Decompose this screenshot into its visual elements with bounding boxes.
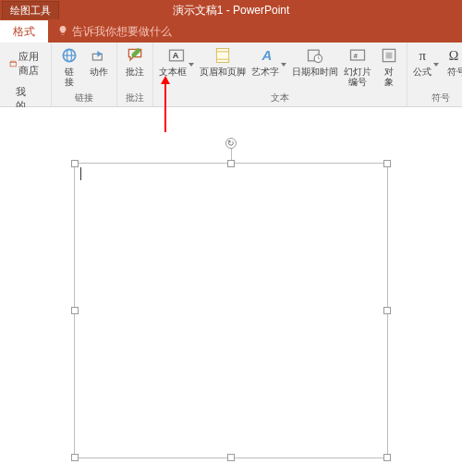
object-button[interactable]: 对 象 (375, 44, 403, 89)
slide-number-button[interactable]: # 幻灯片 编号 (342, 44, 373, 89)
resize-handle-tr[interactable] (383, 160, 391, 167)
svg-rect-20 (386, 53, 393, 59)
datetime-label: 日期和时间 (292, 67, 338, 77)
resize-handle-tm[interactable] (227, 160, 235, 167)
comment-button[interactable]: 批注 (121, 44, 149, 79)
resize-handle-tl[interactable] (71, 160, 79, 167)
svg-text:A: A (173, 51, 179, 60)
wordart-button[interactable]: A 艺术字 (249, 44, 288, 79)
resize-handle-br[interactable] (383, 454, 391, 461)
datetime-button[interactable]: 日期和时间 (290, 44, 340, 79)
tell-me-search[interactable]: 告诉我你想要做什么 (57, 24, 172, 40)
svg-text:#: # (354, 52, 359, 60)
contextual-tab-label: 绘图工具 (2, 1, 59, 19)
textbox-button[interactable]: A 文本框 (157, 44, 196, 79)
textbox-icon: A (167, 46, 186, 65)
symbol-button[interactable]: Ω 符号 (443, 44, 462, 79)
svg-text:π: π (419, 48, 427, 63)
group-symbols-label: 符号 (432, 92, 450, 105)
svg-text:Ω: Ω (449, 48, 459, 63)
svg-rect-11 (216, 49, 228, 63)
document-title: 演示文稿1 - PowerPoint (173, 3, 290, 18)
header-footer-button[interactable]: 页眉和页脚 (198, 44, 248, 79)
resize-handle-bm[interactable] (227, 454, 235, 461)
header-footer-icon (213, 46, 232, 65)
group-text-label: 文本 (271, 92, 289, 105)
group-addins: 应用商店 我的加载项 加载项 (2, 43, 52, 106)
textbox-label: 文本框 (159, 67, 194, 77)
symbol-icon: Ω (447, 46, 462, 65)
datetime-icon (306, 46, 324, 65)
svg-text:A: A (261, 47, 273, 63)
hyperlink-button[interactable]: 链 接 (55, 44, 83, 89)
equation-icon: π (417, 46, 435, 65)
comment-icon (126, 46, 144, 65)
tab-format[interactable]: 格式 (0, 20, 48, 43)
ribbon-tab-bar: 格式 告诉我你想要做什么 (0, 20, 462, 43)
resize-handle-ml[interactable] (71, 307, 79, 314)
action-button[interactable]: 动作 (85, 44, 113, 79)
resize-handle-mr[interactable] (383, 307, 391, 314)
action-icon (90, 46, 108, 65)
header-footer-label: 页眉和页脚 (200, 67, 246, 77)
wordart-label: 艺术字 (251, 67, 286, 77)
group-comments: 批注 批注 (117, 43, 153, 106)
group-symbols: π 公式 Ω 符号 符号 (407, 43, 462, 106)
comment-label: 批注 (126, 67, 144, 77)
title-bar: 绘图工具 演示文稿1 - PowerPoint (0, 0, 462, 20)
app-store-label: 应用商店 (18, 50, 43, 78)
text-cursor (80, 167, 81, 180)
slide-canvas[interactable] (0, 107, 462, 476)
textbox-shape[interactable] (74, 163, 388, 458)
lightbulb-icon (57, 25, 68, 39)
object-label: 对 象 (384, 67, 394, 87)
slide-number-icon: # (348, 46, 367, 65)
group-text: A 文本框 页眉和页脚 A 艺术字 日期和时间 # 幻灯片 编号 对 象 (153, 43, 407, 106)
equation-button[interactable]: π 公式 (411, 44, 441, 79)
rotate-handle[interactable] (225, 138, 237, 149)
slide-number-label: 幻灯片 编号 (344, 67, 371, 87)
object-icon (380, 46, 398, 65)
equation-label: 公式 (413, 67, 439, 77)
group-links: 链 接 动作 链接 (52, 43, 117, 106)
store-icon (9, 57, 17, 70)
group-comments-label: 批注 (126, 92, 144, 105)
ribbon: 应用商店 我的加载项 加载项 链 接 动作 链接 批注 (0, 43, 462, 107)
group-links-label: 链接 (75, 92, 93, 105)
hyperlink-icon (60, 46, 79, 65)
svg-rect-0 (10, 63, 16, 67)
rotate-connector (231, 149, 232, 160)
wordart-icon: A (260, 46, 278, 65)
app-store-button[interactable]: 应用商店 (6, 48, 47, 79)
hyperlink-label: 链 接 (65, 67, 74, 87)
action-label: 动作 (90, 67, 108, 77)
resize-handle-bl[interactable] (71, 454, 79, 461)
tell-me-label: 告诉我你想要做什么 (72, 24, 172, 40)
symbol-label: 符号 (447, 67, 462, 77)
